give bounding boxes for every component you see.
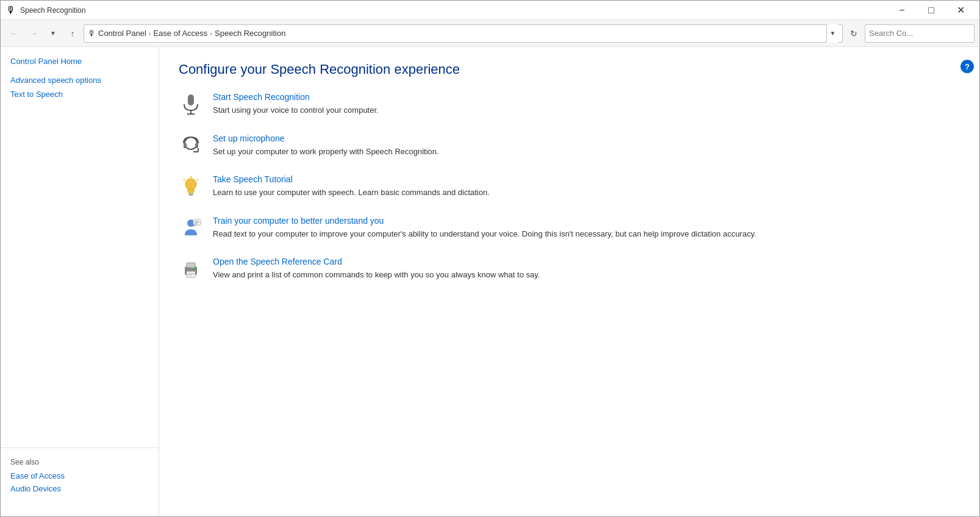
sidebar-link-advanced-speech[interactable]: Advanced speech options xyxy=(10,76,149,85)
refresh-button[interactable]: ↻ xyxy=(845,25,862,42)
train-computer-content: Train your computer to better understand… xyxy=(213,216,960,240)
page-title: Configure your Speech Recognition experi… xyxy=(179,62,960,77)
take-tutorial-desc: Learn to use your computer with speech. … xyxy=(213,187,960,199)
maximize-button[interactable]: □ xyxy=(917,1,945,20)
up-button[interactable]: ↑ xyxy=(64,25,81,42)
item-take-tutorial: Take Speech Tutorial Learn to use your c… xyxy=(179,174,960,199)
take-tutorial-content: Take Speech Tutorial Learn to use your c… xyxy=(213,174,960,199)
back-button[interactable]: ← xyxy=(5,25,23,42)
svg-line-13 xyxy=(197,179,198,180)
main-panel: Configure your Speech Recognition experi… xyxy=(159,47,979,516)
setup-microphone-link[interactable]: Set up microphone xyxy=(213,134,960,143)
reference-card-icon xyxy=(179,257,203,280)
search-box: 🔍 xyxy=(865,24,975,43)
take-tutorial-link[interactable]: Take Speech Tutorial xyxy=(213,174,960,184)
see-also-label: See also xyxy=(10,458,149,466)
content-area: Control Panel Home Advanced speech optio… xyxy=(1,47,979,516)
start-speech-desc: Start using your voice to control your c… xyxy=(213,104,960,116)
start-speech-icon xyxy=(179,92,203,115)
address-bar: ← → ▼ ↑ 🎙 Control Panel › Ease of Access… xyxy=(1,20,979,47)
svg-point-3 xyxy=(185,137,197,149)
start-speech-content: Start Speech Recognition Start using you… xyxy=(213,92,960,116)
path-mic-icon: 🎙 xyxy=(88,29,96,38)
train-computer-link[interactable]: Train your computer to better understand… xyxy=(213,216,960,226)
svg-rect-5 xyxy=(195,143,198,148)
path-sep2: › xyxy=(210,30,212,37)
address-dropdown-button[interactable]: ▼ xyxy=(826,24,839,43)
search-input[interactable] xyxy=(865,29,975,38)
setup-microphone-content: Set up microphone Set up your computer t… xyxy=(213,134,960,158)
dropdown-recent-button[interactable]: ▼ xyxy=(45,25,62,42)
path-part2[interactable]: Ease of Access xyxy=(153,29,207,38)
window-controls: − □ ✕ xyxy=(888,1,975,20)
svg-point-25 xyxy=(194,268,196,270)
window-icon: 🎙 xyxy=(5,5,16,16)
svg-rect-0 xyxy=(188,94,194,105)
reference-card-content: Open the Speech Reference Card View and … xyxy=(213,257,960,281)
help-button[interactable]: ? xyxy=(960,60,974,73)
path-part3: Speech Recognition xyxy=(215,29,285,38)
take-tutorial-icon xyxy=(179,174,203,198)
footer-link-audio-devices[interactable]: Audio Devices xyxy=(10,484,149,493)
setup-microphone-icon xyxy=(179,134,203,157)
svg-rect-20 xyxy=(187,263,195,268)
window-title: Speech Recognition xyxy=(20,6,888,15)
close-button[interactable]: ✕ xyxy=(946,1,975,20)
svg-point-8 xyxy=(185,179,196,190)
address-path: 🎙 Control Panel › Ease of Access › Speec… xyxy=(84,24,843,43)
reference-card-desc: View and print a list of common commands… xyxy=(213,269,960,281)
start-speech-link[interactable]: Start Speech Recognition xyxy=(213,92,960,102)
item-setup-microphone: Set up microphone Set up your computer t… xyxy=(179,134,960,158)
minimize-button[interactable]: − xyxy=(888,1,916,20)
footer-link-ease-of-access[interactable]: Ease of Access xyxy=(10,471,149,480)
reference-card-link[interactable]: Open the Speech Reference Card xyxy=(213,257,960,266)
window: 🎙 Speech Recognition − □ ✕ ← → ▼ ↑ 🎙 Con… xyxy=(0,0,980,517)
train-computer-icon xyxy=(179,216,203,239)
svg-line-12 xyxy=(184,179,185,180)
sidebar-control-panel-home[interactable]: Control Panel Home xyxy=(10,57,149,66)
sidebar: Control Panel Home Advanced speech optio… xyxy=(1,47,159,516)
title-bar: 🎙 Speech Recognition − □ ✕ xyxy=(1,1,979,20)
sidebar-nav: Control Panel Home Advanced speech optio… xyxy=(1,57,159,447)
forward-button[interactable]: → xyxy=(25,25,42,42)
path-sep1: › xyxy=(149,30,151,37)
item-train-computer: Train your computer to better understand… xyxy=(179,216,960,240)
sidebar-link-text-to-speech[interactable]: Text to Speech xyxy=(10,90,149,99)
svg-rect-4 xyxy=(184,143,187,148)
item-start-speech: Start Speech Recognition Start using you… xyxy=(179,92,960,116)
item-reference-card: Open the Speech Reference Card View and … xyxy=(179,257,960,281)
setup-microphone-desc: Set up your computer to work properly wi… xyxy=(213,146,960,158)
sidebar-footer: See also Ease of Access Audio Devices xyxy=(1,447,159,507)
train-computer-desc: Read text to your computer to improve yo… xyxy=(213,228,960,240)
path-part1[interactable]: Control Panel xyxy=(98,29,146,38)
